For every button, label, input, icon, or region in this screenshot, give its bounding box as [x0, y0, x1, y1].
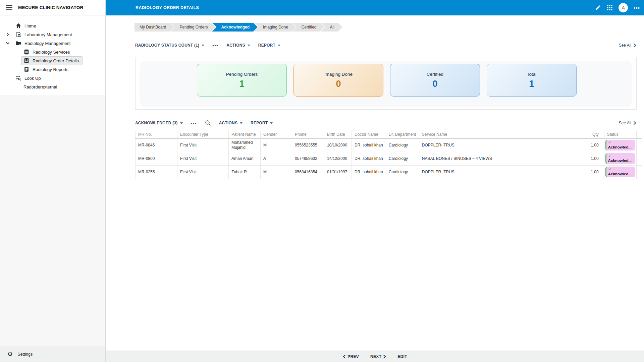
status-tabs: My DashBoardPending OrdersAcknowledgedIm…	[135, 23, 342, 32]
status-see-all-link[interactable]: See All	[619, 41, 636, 49]
status-badge[interactable]: ✓Acknowled...	[605, 140, 635, 150]
cell-gender: A	[261, 152, 292, 165]
chevron-down-icon	[270, 122, 273, 124]
sidebar-item-radiology-reports[interactable]: Radiology Reports	[0, 65, 105, 74]
sidebar-item-label: Radiology Order Details	[33, 58, 79, 63]
app-title: MECURE CLINIC NAVIGATOR	[18, 5, 83, 10]
lab-icon	[15, 32, 21, 38]
prev-button[interactable]: PREV	[343, 354, 359, 359]
lookup-icon	[15, 75, 21, 81]
status-count-title: RADIOLOGY STATUS COUNT (1)	[135, 43, 199, 48]
home-icon	[15, 23, 21, 29]
table-row[interactable]: MR-0800First VisitAman AmanA057485963214…	[136, 152, 642, 165]
status-report-dropdown[interactable]: REPORT	[258, 43, 280, 48]
column-header-mr-no: MR No.	[136, 131, 177, 138]
cell-qty: 1.00	[575, 165, 604, 179]
scan-icon	[23, 58, 30, 64]
status-badge[interactable]: ✓Acknowled...	[605, 153, 635, 164]
cell-mr-no: MR-0255	[136, 165, 177, 179]
cell--filler	[636, 152, 642, 165]
chevron-down-icon	[278, 45, 280, 46]
column-header-patient-name: Patient Name	[229, 131, 261, 138]
user-avatar[interactable]: A	[619, 3, 628, 12]
cell--filler	[636, 138, 642, 152]
sidebar-fill	[0, 95, 105, 346]
sidebar-item-label: Laboratory Management	[24, 32, 72, 37]
cell-doctor-name: DR. sohail khan	[352, 152, 386, 165]
column-header-dr-department: Dr. Department	[386, 131, 419, 138]
tab-acknowledged[interactable]: Acknowledged	[212, 23, 258, 32]
tab-certified[interactable]: Certified	[292, 23, 325, 32]
orders-actions-dropdown[interactable]: ACTIONS	[219, 121, 243, 125]
card-label: Imaging Done	[324, 72, 353, 77]
sidebar: MECURE CLINIC NAVIGATOR HomeLaboratory M…	[0, 0, 106, 362]
topbar-icons: A •••	[595, 0, 640, 15]
next-button[interactable]: NEXT	[370, 354, 386, 359]
status-card-pending-orders[interactable]: Pending Orders1	[197, 64, 287, 97]
more-options-icon[interactable]: •••	[634, 5, 640, 11]
status-count-dropdown[interactable]: RADIOLOGY STATUS COUNT (1)	[135, 43, 204, 48]
chevron-down-icon[interactable]	[6, 41, 10, 45]
cell-phone: 0556523555	[292, 138, 324, 152]
cell-birth-date: 01/01/1997	[324, 165, 352, 179]
table-row[interactable]: MR-0846First VisitMohammed MujahidM05565…	[136, 138, 642, 152]
sidebar-item-home[interactable]: Home	[0, 21, 105, 30]
sidebar-item-look-up[interactable]: Look Up	[0, 74, 105, 82]
orders-see-all-link[interactable]: See All	[619, 119, 636, 127]
card-value: 1	[529, 79, 534, 88]
column-header-filler	[636, 131, 642, 138]
card-label: Certified	[427, 72, 443, 77]
chevron-spacer	[6, 67, 10, 71]
search-icon[interactable]	[205, 120, 211, 126]
page-title: RADIOLOGY ORDER DETAILS	[106, 5, 199, 10]
edit-button[interactable]: EDIT	[397, 354, 407, 359]
sidebar-header: MECURE CLINIC NAVIGATOR	[0, 0, 105, 15]
sidebar-item-laboratory-management[interactable]: Laboratory Management	[0, 30, 105, 39]
cell-encounter-type: First Visit	[177, 165, 229, 179]
sidebar-nav: HomeLaboratory ManagementRadiology Manag…	[0, 15, 105, 91]
cell-dr-department: Cardiology	[386, 152, 419, 165]
chevron-spacer	[6, 76, 10, 80]
acknowledged-toolbar: ACKNOWLEDGED (3) ••• ACTIONS REPORT See …	[135, 119, 636, 127]
acknowledged-menu-icon[interactable]: •••	[191, 121, 197, 126]
edit-pencil-icon[interactable]	[595, 5, 601, 11]
main-area: RADIOLOGY ORDER DETAILS A ••• My DashBoa…	[106, 0, 644, 362]
tab-my-dashboard[interactable]: My DashBoard	[135, 23, 174, 32]
chevron-spacer	[6, 50, 10, 54]
tab-pending-orders[interactable]: Pending Orders	[170, 23, 216, 32]
card-value: 1	[239, 79, 244, 88]
cell-phone: 0574859632	[292, 152, 324, 165]
sidebar-item-settings[interactable]: ⚙ Settings	[0, 346, 105, 362]
chevron-right-icon[interactable]	[6, 33, 10, 37]
sidebar-item-label: Home	[24, 23, 36, 28]
orders-report-dropdown[interactable]: REPORT	[251, 121, 273, 125]
chevron-spacer	[6, 59, 10, 63]
cell-status: ✓Acknowled...	[604, 165, 636, 179]
cell-birth-date: 14/12/2000	[324, 152, 352, 165]
status-count-menu-icon[interactable]: •••	[212, 43, 218, 48]
sidebar-item-radiology-order-details[interactable]: Radiology Order Details	[0, 56, 105, 65]
card-value: 0	[336, 79, 341, 88]
hamburger-menu-icon[interactable]	[5, 4, 14, 12]
sidebar-item-radiology-services[interactable]: Radiology Services	[0, 48, 105, 56]
apps-grid-icon[interactable]	[607, 5, 613, 11]
tab-imaging-done[interactable]: Imaging Done	[254, 23, 296, 32]
sidebar-item-radiology-management[interactable]: Radiology Management	[0, 39, 105, 48]
chevron-left-icon	[343, 355, 346, 359]
status-card-total[interactable]: Total1	[487, 64, 577, 97]
status-actions-dropdown[interactable]: ACTIONS	[226, 43, 250, 48]
card-value: 0	[432, 79, 437, 88]
acknowledged-dropdown[interactable]: ACKNOWLEDGED (3)	[135, 121, 183, 125]
chevron-spacer	[6, 85, 10, 89]
cell-gender: M	[261, 165, 292, 179]
status-card-certified[interactable]: Certified0	[390, 64, 480, 97]
status-card-imaging-done[interactable]: Imaging Done0	[293, 64, 383, 97]
sidebar-item-radorderexternal[interactable]: Radorderexternal	[0, 82, 105, 91]
cell-gender: M	[261, 138, 292, 152]
cell--filler	[636, 165, 642, 179]
cell-patient-name: Zubair R	[229, 165, 261, 179]
chevron-spacer	[6, 24, 10, 28]
check-icon: ✓	[608, 140, 634, 145]
table-row[interactable]: MR-0255First VisitZubair RM056841685401/…	[136, 165, 642, 179]
status-badge[interactable]: ✓Acknowled...	[605, 167, 635, 177]
